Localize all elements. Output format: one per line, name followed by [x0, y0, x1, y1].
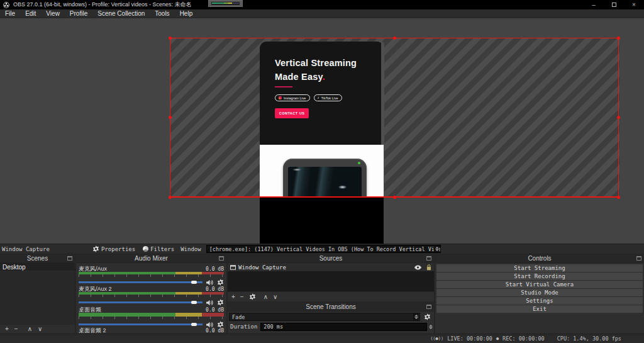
selection-handle-top-right[interactable]: [617, 37, 620, 40]
webpage-black-section: [260, 198, 384, 244]
maximize-icon: [612, 3, 616, 7]
panel-menu-icon[interactable]: [426, 256, 431, 261]
menu-file[interactable]: File: [0, 9, 20, 18]
minimize-button[interactable]: –: [584, 0, 604, 9]
sources-toolbar: + − ∧ ∨: [228, 291, 434, 301]
panel-menu-icon[interactable]: [426, 305, 431, 309]
transition-settings-gear-icon[interactable]: [423, 312, 431, 321]
menu-help[interactable]: Help: [175, 9, 198, 18]
phone-mockup: [283, 159, 367, 198]
webpage-hero-section: Vertical Streaming Made Easy. Instagram …: [260, 42, 384, 145]
visibility-eye-icon[interactable]: [414, 265, 421, 270]
filters-button[interactable]: Filters: [139, 244, 178, 254]
selected-source-label: Window Capture: [2, 246, 89, 252]
selection-handle-mid-right[interactable]: [617, 116, 620, 119]
selection-handle-mid-left[interactable]: [169, 116, 172, 119]
volume-slider-handle[interactable]: [191, 301, 197, 304]
volume-slider-handle[interactable]: [191, 323, 197, 326]
mixer-channel-mic-aux: 麦克风/Aux 0.0 dB: [79, 265, 224, 286]
scene-item-desktop[interactable]: Desktop: [0, 263, 75, 271]
audio-mixer-header[interactable]: Audio Mixer: [76, 254, 226, 263]
meter-scale-ticks: [79, 295, 224, 297]
maximize-button[interactable]: [604, 0, 624, 9]
audio-mixer-panel: Audio Mixer 麦克风/Aux 0.0 dB 麦克风/Aux: [76, 254, 226, 334]
source-item-window-capture[interactable]: Window Capture: [228, 263, 434, 271]
properties-button[interactable]: Properties: [89, 244, 139, 254]
panel-menu-icon[interactable]: [219, 256, 224, 261]
floating-audio-meter-window[interactable]: [208, 0, 243, 7]
menu-edit[interactable]: Edit: [20, 9, 41, 18]
exit-button[interactable]: Exit: [436, 305, 643, 313]
menu-profile[interactable]: Profile: [65, 9, 92, 18]
start-recording-button[interactable]: Start Recording: [436, 273, 643, 280]
scenes-header[interactable]: Scenes: [0, 254, 75, 263]
source-properties-gear-icon[interactable]: [249, 293, 256, 300]
volume-slider[interactable]: [79, 299, 203, 306]
source-bounds-stripes: [170, 38, 619, 198]
studio-mode-button[interactable]: Studio Mode: [436, 289, 643, 296]
volume-db-value: 0.0 dB: [206, 266, 224, 272]
window-title: OBS 27.0.1 (64-bit, windows) - Profile: …: [13, 1, 192, 9]
scene-up-button[interactable]: ∧: [28, 326, 32, 332]
sources-header[interactable]: Sources: [228, 254, 434, 263]
source-toolbar: Window Capture Properties Filters Window…: [0, 244, 644, 254]
source-up-button[interactable]: ∧: [264, 294, 268, 300]
duration-spinner-icon[interactable]: [429, 325, 433, 329]
menu-scene-collection[interactable]: Scene Collection: [92, 9, 150, 18]
start-streaming-button[interactable]: Start Streaming: [436, 264, 643, 272]
window-select-dropdown[interactable]: [chrome.exe]: (1147) Vertical Videos In …: [206, 245, 441, 253]
start-virtual-camera-button[interactable]: Start Virtual Camera: [436, 281, 643, 288]
scene-transitions-header[interactable]: Scene Transitions: [228, 303, 434, 312]
volume-db-value: 0.0 dB: [206, 307, 224, 313]
channel-settings-gear-icon[interactable]: [216, 299, 224, 306]
heading-underline: [275, 86, 292, 87]
live-broadcast-icon: ((●)): [430, 336, 443, 341]
mixer-channel-desktop-audio-2: 桌面音频 2 0.0 dB: [79, 327, 224, 333]
window-capture-icon: [230, 265, 236, 270]
panel-menu-icon[interactable]: [636, 256, 641, 261]
obs-logo-icon: [3, 2, 9, 8]
volume-slider-handle[interactable]: [191, 281, 197, 284]
gear-icon: [92, 245, 99, 252]
preview-area[interactable]: Vertical Streaming Made Easy. Instagram …: [0, 18, 644, 244]
source-down-button[interactable]: ∨: [273, 294, 277, 300]
contact-us-button: CONTACT US: [275, 108, 309, 118]
panel-menu-icon[interactable]: [67, 256, 72, 261]
mixer-channel-desktop-audio: 桌面音频 0.0 dB: [79, 306, 224, 328]
add-source-button[interactable]: +: [231, 294, 235, 300]
selection-handle-top-center[interactable]: [393, 37, 396, 40]
selection-handle-bottom-right[interactable]: [617, 196, 620, 199]
volume-db-value: 0.0 dB: [206, 328, 224, 334]
meter-scale-ticks: [79, 317, 224, 319]
selection-handle-bottom-left[interactable]: [169, 196, 172, 199]
webpage-heading: Vertical Streaming Made Easy.: [275, 56, 357, 84]
dropdown-spinner-icon[interactable]: [413, 313, 418, 320]
obs-main-window: OBS 27.0.1 (64-bit, windows) - Profile: …: [0, 0, 644, 343]
duration-input[interactable]: 200 ms: [260, 323, 427, 331]
dropdown-spinner-icon[interactable]: [434, 245, 439, 252]
scenes-toolbar: + − ∧ ∨: [0, 324, 75, 334]
status-bar: ((●)) LIVE: 00:00:00 ● REC: 00:00:00 CPU…: [0, 334, 644, 343]
meter-scale-ticks: [79, 274, 224, 277]
rec-dot-icon: ●: [496, 336, 499, 341]
remove-source-button[interactable]: −: [240, 294, 244, 300]
transition-dropdown[interactable]: Fade: [229, 313, 420, 321]
tiktok-live-pill: ♪ TikTok Live: [314, 94, 342, 101]
selection-handle-top-left[interactable]: [169, 37, 172, 40]
menu-view[interactable]: View: [41, 9, 65, 18]
selection-handle-bottom-center[interactable]: [393, 196, 396, 199]
phone-camera-dot: [358, 162, 360, 164]
webpage-white-section: [260, 145, 384, 198]
rec-time: REC: 00:00:00: [502, 335, 545, 342]
controls-header[interactable]: Controls: [435, 254, 644, 263]
close-button[interactable]: ×: [624, 0, 644, 9]
scene-down-button[interactable]: ∨: [38, 326, 42, 332]
menu-tools[interactable]: Tools: [150, 9, 174, 18]
remove-scene-button[interactable]: −: [14, 326, 18, 332]
scenes-panel: Scenes Desktop + − ∧ ∨: [0, 254, 75, 334]
lock-icon[interactable]: [426, 264, 431, 271]
scenes-list: Desktop: [0, 263, 75, 324]
add-scene-button[interactable]: +: [5, 326, 9, 332]
mute-speaker-icon[interactable]: [206, 299, 213, 306]
settings-button[interactable]: Settings: [436, 297, 643, 305]
